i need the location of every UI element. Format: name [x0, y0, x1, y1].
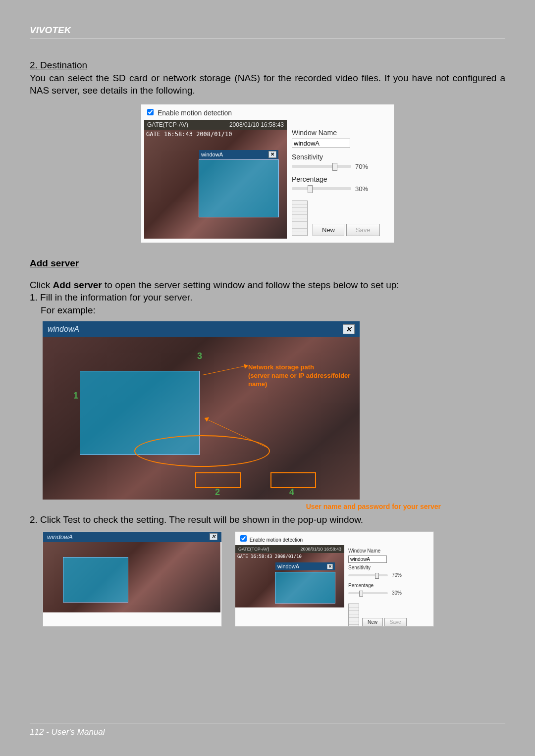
motion-window-label-small: windowA	[277, 563, 299, 569]
enable-motion-checkbox[interactable]	[147, 109, 154, 115]
step1-line1: 1. Fill in the information for your serv…	[30, 291, 505, 304]
percentage-value-small: 30%	[392, 590, 402, 596]
step2-text: 2. Click Test to check the setting. The …	[30, 513, 505, 526]
server-setting-figure: windowA ✕ 3 Network storage path (server…	[43, 321, 360, 500]
activity-bargraph-small	[348, 604, 359, 626]
add-server-bold: Add server	[53, 280, 102, 290]
text-click-post: to open the server setting window and fo…	[102, 280, 399, 290]
popup-result-figure: windowA ✕	[43, 531, 222, 627]
percentage-label: Percentage	[292, 175, 391, 183]
text-click: Click	[30, 280, 53, 290]
sensitivity-value-small: 70%	[392, 572, 402, 578]
arrow-line	[203, 365, 247, 375]
close-icon[interactable]: ✕	[210, 533, 217, 540]
enable-motion-checkbox-small[interactable]	[240, 535, 247, 542]
brand-header: VIVOTEK	[30, 25, 505, 39]
add-server-heading: Add server	[30, 258, 79, 268]
motion-window-a[interactable]: windowA ✕	[199, 159, 279, 217]
callout-3: 3	[197, 351, 202, 361]
callout-4: 4	[289, 487, 294, 498]
section-paragraph: You can select the SD card or network st…	[30, 72, 505, 97]
label-network-path: Network storage path (server name or IP …	[248, 363, 360, 389]
stream-name-small: GATE(TCP-AV)	[238, 547, 269, 552]
sensitivity-label: Sensitivity	[292, 153, 391, 161]
motion-detection-panel: Enable motion detection GATE(TCP-AV) 200…	[141, 104, 394, 243]
save-button-small[interactable]: Save	[384, 618, 407, 626]
new-button[interactable]: New	[313, 224, 344, 236]
enable-motion-label-small: Enable motion detection	[250, 537, 303, 543]
video-preview-small: GATE 16:58:43 2008/01/10 windowA ✕	[235, 553, 344, 607]
sensitivity-label-small: Sensitivity	[348, 565, 430, 570]
window-name-input-small[interactable]	[348, 555, 387, 563]
motion-window-a-small[interactable]: windowA ✕	[275, 572, 335, 604]
small-video-preview	[43, 542, 220, 612]
save-button[interactable]: Save	[346, 224, 380, 236]
stream-timestamp: 2008/01/10 16:58:43	[229, 121, 284, 128]
sensitivity-value: 70%	[355, 163, 368, 170]
step1-line2: For example:	[30, 304, 505, 317]
activity-bargraph	[292, 201, 308, 236]
close-icon[interactable]: ✕	[268, 151, 276, 158]
motion-panel-small: Enable motion detection GATE(TCP-AV) 200…	[235, 531, 434, 627]
percentage-label-small: Percentage	[348, 583, 430, 588]
oval-highlight	[134, 435, 270, 467]
callout-2: 2	[215, 487, 220, 498]
video-overlay-text-small: GATE 16:58:43 2008/01/10	[237, 554, 302, 559]
video-preview: GATE 16:58:43 2008/01/10 windowA ✕	[144, 130, 287, 239]
stream-timestamp-small: 2008/01/10 16:58:43	[300, 547, 341, 552]
fig2-title: windowA	[48, 325, 79, 334]
enable-motion-label: Enable motion detection	[158, 109, 232, 117]
section-heading: 2. Destination	[30, 59, 505, 72]
close-icon[interactable]: ✕	[327, 564, 333, 569]
window-name-input[interactable]	[292, 139, 350, 148]
selection-rect	[63, 557, 128, 603]
sensitivity-slider[interactable]	[292, 165, 351, 168]
page-footer: 112 - User's Manual	[30, 723, 505, 737]
percentage-value: 30%	[355, 185, 368, 193]
window-name-label: Window Name	[292, 129, 391, 137]
new-button-small[interactable]: New	[362, 618, 383, 626]
callout-1: 1	[73, 391, 78, 401]
stream-name: GATE(TCP-AV)	[147, 121, 188, 128]
window-name-label-small: Window Name	[348, 548, 430, 554]
sensitivity-slider-small[interactable]	[348, 574, 388, 576]
rect-highlight-2	[195, 472, 241, 488]
username-password-caption: User name and password for your server	[30, 503, 441, 510]
small-left-title: windowA	[47, 533, 73, 541]
rect-highlight-4	[270, 472, 316, 488]
percentage-slider[interactable]	[292, 187, 351, 190]
close-icon[interactable]: ✕	[343, 324, 355, 334]
percentage-slider-small[interactable]	[348, 592, 388, 594]
video-overlay-text: GATE 16:58:43 2008/01/10	[146, 131, 232, 138]
motion-window-label: windowA	[201, 151, 223, 157]
